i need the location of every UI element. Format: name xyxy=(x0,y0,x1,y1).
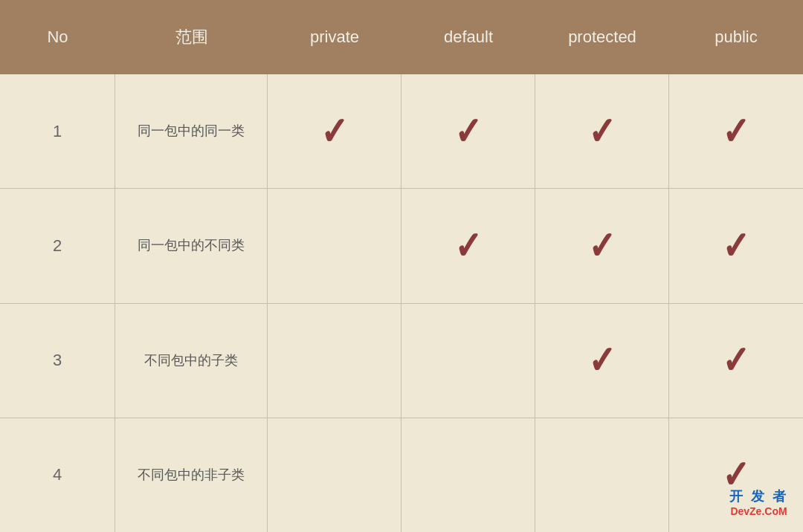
watermark-line1: 开 发 者 xyxy=(729,487,788,505)
cell-public-1: ✓ xyxy=(669,74,803,188)
cell-no-3: 3 xyxy=(0,304,115,418)
table-body: 1 同一包中的同一类 ✓ ✓ ✓ ✓ 2 同一包中的不同类 xyxy=(0,74,803,532)
cell-protected-1: ✓ xyxy=(535,74,669,188)
cell-no-1: 1 xyxy=(0,74,115,188)
cell-range-3: 不同包中的子类 xyxy=(115,304,268,418)
cell-private-4 xyxy=(268,418,402,532)
cell-range-1: 同一包中的同一类 xyxy=(115,74,268,188)
cell-range-2: 同一包中的不同类 xyxy=(115,189,268,302)
check-icon: ✓ xyxy=(588,341,616,380)
header-no: No xyxy=(0,13,115,62)
cell-range-4: 不同包中的非子类 xyxy=(115,418,268,532)
cell-default-4 xyxy=(402,418,535,532)
check-icon: ✓ xyxy=(588,112,616,151)
cell-private-2 xyxy=(268,189,402,302)
table-header: No 范围 private default protected public xyxy=(0,0,803,74)
cell-protected-3: ✓ xyxy=(535,304,669,418)
cell-no-2: 2 xyxy=(0,189,115,302)
header-public: public xyxy=(669,13,803,62)
table-row: 4 不同包中的非子类 ✓ xyxy=(0,418,803,532)
watermark-line2: DevZe.CoM xyxy=(729,505,788,517)
check-icon: ✓ xyxy=(722,341,749,380)
cell-private-3 xyxy=(268,304,402,418)
cell-default-3 xyxy=(402,304,535,418)
cell-default-1: ✓ xyxy=(402,74,535,188)
cell-default-2: ✓ xyxy=(402,189,535,302)
cell-public-3: ✓ xyxy=(669,304,803,418)
check-icon: ✓ xyxy=(722,112,749,151)
access-modifier-table: No 范围 private default protected public 1… xyxy=(0,0,803,532)
cell-private-1: ✓ xyxy=(268,74,402,188)
check-icon: ✓ xyxy=(454,112,482,151)
header-default: default xyxy=(402,13,535,62)
cell-protected-4 xyxy=(535,418,669,532)
watermark: 开 发 者 DevZe.CoM xyxy=(729,487,788,517)
cell-public-2: ✓ xyxy=(669,189,803,302)
header-range: 范围 xyxy=(115,11,268,63)
table-row: 3 不同包中的子类 ✓ ✓ xyxy=(0,303,803,418)
header-private: private xyxy=(268,13,402,62)
check-icon: ✓ xyxy=(320,112,348,151)
header-protected: protected xyxy=(535,13,669,62)
table-row: 1 同一包中的同一类 ✓ ✓ ✓ ✓ xyxy=(0,74,803,188)
table-row: 2 同一包中的不同类 ✓ ✓ ✓ xyxy=(0,188,803,302)
cell-no-4: 4 xyxy=(0,418,115,532)
check-icon: ✓ xyxy=(722,227,749,265)
check-icon: ✓ xyxy=(454,227,482,265)
check-icon: ✓ xyxy=(588,227,616,265)
cell-protected-2: ✓ xyxy=(535,189,669,302)
